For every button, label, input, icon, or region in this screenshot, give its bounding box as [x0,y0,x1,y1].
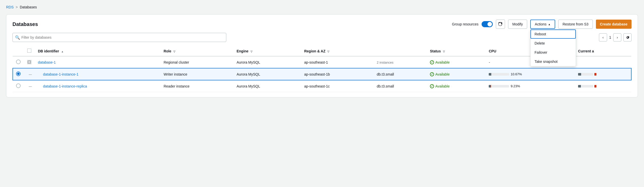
pagination-next[interactable]: › [613,33,621,41]
breadcrumb-separator: > [16,5,18,9]
row2-checkbox-cell: — [24,68,35,80]
col-db-identifier[interactable]: DB identifier ▲ [35,46,161,56]
create-database-button[interactable]: Create database [596,20,632,29]
actions-button[interactable]: Actions ▲ [530,20,555,29]
select-all-checkbox[interactable] [27,49,31,53]
row1-status: ✓ Available [427,56,486,68]
row3-role: Reader instance [161,80,234,92]
col-current: Current a [575,46,631,56]
restore-button[interactable]: Restore from S3 [558,20,593,29]
row3-current [575,80,631,92]
row1-status-label: Available [435,60,450,64]
cluster-icon [27,60,31,64]
col-role[interactable]: Role ▽ [161,46,234,56]
page-title: Databases [12,21,38,27]
row3-region-az: ap-southeast-1c [301,80,374,92]
row3-radio[interactable] [16,83,21,88]
pagination-page: 1 [609,35,611,39]
row3-db-link[interactable]: database-1-instance-replica [43,84,87,88]
breadcrumb: RDS > Databases [6,5,638,9]
row3-select-cell[interactable] [13,80,24,92]
group-resources-label: Group resources [452,22,479,26]
row1-select-cell[interactable] [13,56,24,68]
row1-size: 2 instances [374,56,427,68]
row2-current [575,68,631,80]
row1-role: Regional cluster [161,56,234,68]
row2-select-cell[interactable] [13,68,24,80]
row1-db-link[interactable]: database-1 [38,60,56,64]
col-status[interactable]: Status ▽ [427,46,486,56]
row3-cpu: 9.23% [486,80,575,92]
modify-button[interactable]: Modify [508,20,527,29]
pagination-area: ‹ 1 › [599,33,632,41]
db-identifier-sort-icon: ▲ [61,50,64,53]
col-select [13,46,24,56]
row2-role: Writer instance [161,68,234,80]
row2-tree-indent: — [27,73,32,76]
card-header: Databases Group resources Modify Actions [12,20,632,29]
row2-region-az: ap-southeast-1b [301,68,374,80]
row3-engine: Aurora MySQL [233,80,301,92]
header-controls: Group resources Modify Actions ▲ [452,20,632,29]
table-row: — database-1-instance-1 Writer instance … [13,68,631,80]
region-az-sort-icon: ▽ [327,50,329,53]
refresh-icon [498,22,502,26]
row3-size: db.t3.small [374,80,427,92]
engine-sort-icon: ▽ [250,50,253,53]
search-input[interactable] [12,33,226,42]
status-sort-icon: ▽ [443,50,445,53]
row2-status: ✓ Available [427,68,486,80]
dropdown-failover[interactable]: Failover [530,48,576,57]
row2-size: db.t3.small [374,68,427,80]
col-engine[interactable]: Engine ▽ [233,46,301,56]
gear-icon [625,35,629,39]
breadcrumb-current: Databases [20,5,37,9]
row3-tree-indent: — [27,85,32,88]
table-settings-button[interactable] [623,33,632,41]
row3-db-identifier[interactable]: database-1-instance-replica [35,80,161,92]
row2-cpu-pct: 10.67% [511,72,522,76]
breadcrumb-rds[interactable]: RDS [6,5,14,9]
refresh-button[interactable] [496,20,505,29]
pagination-prev[interactable]: ‹ [599,33,607,41]
table-row: — database-1-instance-replica Reader ins… [13,80,631,92]
row2-status-label: Available [435,72,450,76]
databases-card: Databases Group resources Modify Actions [6,14,638,97]
col-checkbox [24,46,35,56]
row2-db-link[interactable]: database-1-instance-1 [43,72,78,76]
row3-status: ✓ Available [427,80,486,92]
row2-status-icon: ✓ [430,72,434,76]
row3-status-icon: ✓ [430,84,434,88]
actions-arrow-icon: ▲ [548,23,551,26]
actions-label: Actions [535,22,547,26]
row2-db-identifier[interactable]: database-1-instance-1 [35,68,161,80]
row1-radio[interactable] [16,60,21,64]
row3-status-label: Available [435,84,450,88]
search-wrapper: 🔍 [12,33,226,42]
row1-current [575,56,631,68]
row1-engine: Aurora MySQL [233,56,301,68]
dropdown-delete[interactable]: Delete [530,39,576,48]
row1-expand-icon[interactable] [27,60,31,64]
row2-radio[interactable] [16,71,21,76]
dropdown-reboot[interactable]: Reboot [530,30,576,39]
row2-cpu: 10.67% [486,68,575,80]
dropdown-take-snapshot[interactable]: Take snapshot [530,57,576,66]
col-size [374,46,427,56]
col-region-az[interactable]: Region & AZ ▽ [301,46,374,56]
row2-engine: Aurora MySQL [233,68,301,80]
group-resources-toggle[interactable] [482,21,493,27]
actions-wrapper: Actions ▲ Reboot Delete Failover Take sn… [530,20,555,29]
row1-checkbox-cell [24,56,35,68]
actions-dropdown: Reboot Delete Failover Take snapshot [530,29,576,66]
row3-cpu-pct: 9.23% [511,84,520,88]
role-sort-icon: ▽ [173,50,175,53]
row1-db-identifier[interactable]: database-1 [35,56,161,68]
search-icon: 🔍 [15,35,20,40]
row1-region-az: ap-southeast-1 [301,56,374,68]
row3-checkbox-cell: — [24,80,35,92]
row1-status-icon: ✓ [430,60,434,64]
